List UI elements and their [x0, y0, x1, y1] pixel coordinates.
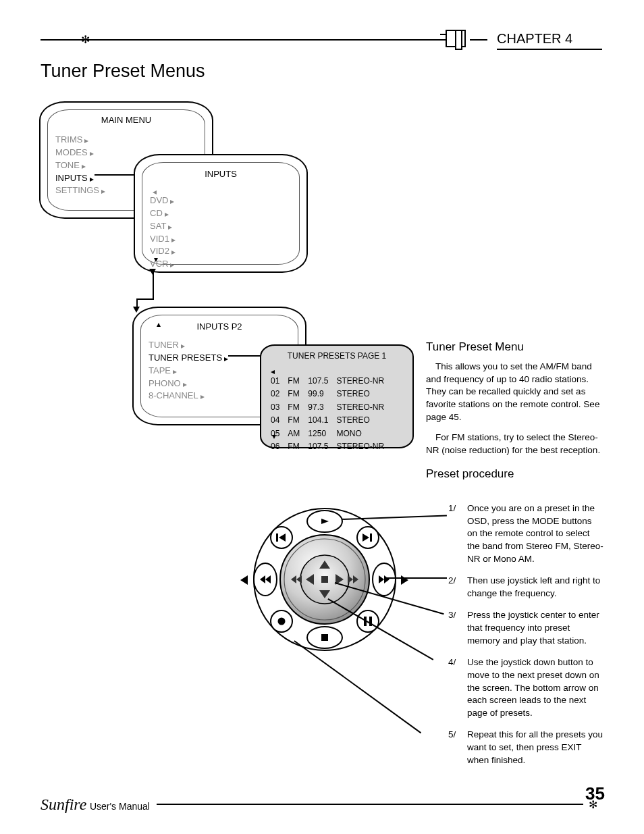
- preset-row: 06FM107.5STEREO-NR: [271, 441, 391, 452]
- svg-rect-22: [370, 533, 372, 542]
- page-title: Tuner Preset Menus: [41, 61, 205, 82]
- menu-item: MODES: [55, 147, 105, 159]
- menu-item: TUNER PRESETS: [149, 352, 228, 365]
- procedure-step: 1/Once you are on a preset in the OSD, p…: [448, 502, 603, 565]
- menu-item: TUNER: [149, 339, 228, 352]
- section-heading: Tuner Preset Menu: [426, 340, 603, 354]
- footer-brand: Sunfire: [41, 796, 86, 813]
- menu-title: INPUTS P2: [134, 321, 305, 332]
- menu-title: INPUTS: [135, 169, 306, 179]
- panel-tuner-presets: TUNER PRESETS PAGE 1 01FM107.5STEREO-NR0…: [260, 344, 414, 448]
- svg-rect-18: [276, 533, 278, 542]
- menu-item: 8-CHANNEL: [149, 390, 228, 402]
- preset-row: 05AM1250MONO: [271, 428, 391, 440]
- preset-row: 03FM97.3STEREO-NR: [271, 402, 391, 413]
- menu-item: VID1: [150, 233, 176, 246]
- menu-item: TONE: [55, 159, 105, 172]
- star-icon: ✻: [81, 33, 90, 46]
- chapter-label: CHAPTER 4: [497, 31, 572, 47]
- panel-title: TUNER PRESETS PAGE 1: [261, 351, 412, 361]
- paragraph: This allows you to set the AM/FM band an…: [426, 361, 603, 423]
- svg-point-30: [278, 618, 286, 625]
- procedure-step: 5/Repeat this for all the presets you wa…: [448, 729, 603, 766]
- menu-title: MAIN MENU: [41, 115, 212, 125]
- menu-item: DVD: [150, 194, 176, 207]
- footer-label: User's Manual: [90, 801, 150, 812]
- svg-rect-16: [321, 634, 328, 641]
- page-number: 35: [585, 783, 605, 804]
- svg-rect-8: [321, 576, 328, 583]
- screen-inputs: INPUTS DVDCDSATVID1VID2VCR: [134, 154, 308, 273]
- preset-row: 01FM107.5STEREO-NR: [271, 375, 391, 387]
- menu-item: TRIMS: [55, 134, 105, 147]
- menu-item: TAPE: [149, 365, 228, 377]
- menu-item: PHONO: [149, 377, 228, 390]
- menu-item: SAT: [150, 220, 176, 233]
- menu-item: SETTINGS: [55, 184, 105, 197]
- book-icon: [446, 30, 466, 47]
- procedure-step: 4/Use the joystick down button to move t…: [448, 656, 603, 719]
- nav-down-icon: [272, 429, 276, 442]
- procedure-step: 2/Then use joystick left and right to ch…: [448, 575, 603, 600]
- section-heading: Preset procedure: [426, 467, 603, 481]
- joystick-left-icon: [240, 575, 248, 585]
- preset-row: 02FM99.9STEREO: [271, 388, 391, 400]
- procedure-step: 3/Press the joystick center to enter tha…: [448, 609, 603, 647]
- nav-down-icon: [154, 253, 158, 265]
- paragraph: For FM stations, try to select the Stere…: [426, 432, 603, 457]
- preset-row: 04FM104.1STEREO: [271, 415, 391, 426]
- menu-item: CD: [150, 207, 176, 220]
